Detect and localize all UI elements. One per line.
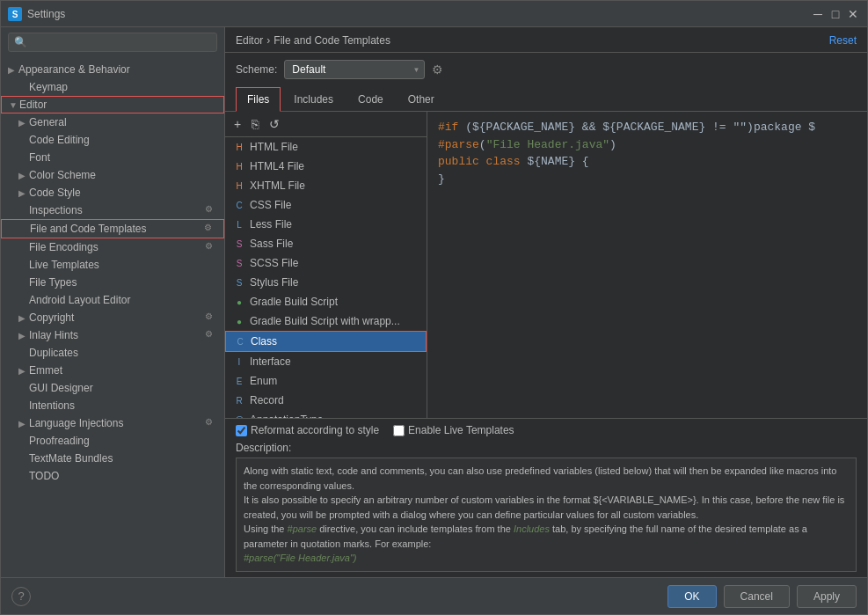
file-item-html4[interactable]: H HTML4 File: [225, 157, 427, 176]
search-input[interactable]: [31, 36, 211, 48]
file-item-xhtml[interactable]: H XHTML File: [225, 176, 427, 195]
settings-window: S Settings ─ □ ✕ 🔍 ▶ Appearance & Behavi…: [0, 0, 868, 615]
sidebar-item-keymap[interactable]: Keymap: [1, 78, 224, 96]
sidebar-item-file-code-templates[interactable]: File and Code Templates ⚙: [1, 219, 224, 238]
reformat-checkbox[interactable]: [236, 425, 247, 436]
options-row: Reformat according to style Enable Live …: [236, 424, 857, 436]
sidebar-item-code-editing[interactable]: Code Editing: [1, 131, 224, 149]
sidebar-item-code-style[interactable]: ▶ Code Style: [1, 184, 224, 201]
sidebar-item-language-injections[interactable]: ▶ Language Injections ⚙: [1, 414, 224, 432]
sidebar-item-label: Copyright: [29, 311, 74, 324]
sidebar-item-copyright[interactable]: ▶ Copyright ⚙: [1, 309, 224, 326]
sidebar-item-file-encodings[interactable]: File Encodings ⚙: [1, 238, 224, 256]
sidebar-item-label: Language Injections: [29, 417, 123, 429]
tab-other[interactable]: Other: [397, 87, 446, 112]
file-item-gradle-build-wrap[interactable]: ● Gradle Build Script with wrapp...: [225, 311, 427, 331]
sidebar: 🔍 ▶ Appearance & Behavior Keymap ▼ Edito…: [1, 27, 225, 577]
footer: ? OK Cancel Apply: [1, 577, 867, 614]
sidebar-item-file-types[interactable]: File Types: [1, 274, 224, 291]
sidebar-item-textmate-bundles[interactable]: TextMate Bundles: [1, 450, 224, 467]
code-line-1: #if (${PACKAGE_NAME} && ${PACKAGE_NAME} …: [438, 119, 857, 136]
file-item-class[interactable]: C Class: [225, 331, 427, 352]
css-file-icon: C: [232, 198, 246, 212]
tab-files[interactable]: Files: [236, 87, 281, 112]
minimize-button[interactable]: ─: [811, 7, 825, 21]
sidebar-item-inlay-hints[interactable]: ▶ Inlay Hints ⚙: [1, 326, 224, 344]
cancel-button[interactable]: Cancel: [724, 585, 790, 608]
interface-file-icon: I: [232, 355, 246, 369]
file-item-label: Enum: [250, 375, 277, 387]
content-area: + ⎘ ↺ H HTML File H HTML4 File: [225, 112, 867, 418]
sidebar-item-color-scheme[interactable]: ▶ Color Scheme: [1, 166, 224, 184]
file-item-less[interactable]: L Less File: [225, 215, 427, 234]
search-icon: 🔍: [14, 36, 27, 48]
sidebar-item-gui-designer[interactable]: GUI Designer: [1, 379, 224, 397]
arrow-icon: ▶: [18, 188, 29, 198]
sidebar-item-intentions[interactable]: Intentions: [1, 397, 224, 414]
sidebar-tree: ▶ Appearance & Behavior Keymap ▼ Editor …: [1, 57, 224, 577]
file-item-css[interactable]: C CSS File: [225, 195, 427, 215]
badge-icon: ⚙: [205, 204, 217, 216]
badge-icon: ⚙: [205, 329, 217, 341]
live-templates-label: Enable Live Templates: [408, 424, 514, 436]
sidebar-item-duplicates[interactable]: Duplicates: [1, 344, 224, 362]
scheme-select[interactable]: Default Project: [284, 60, 425, 79]
xhtml-file-icon: H: [232, 179, 246, 193]
sidebar-item-appearance[interactable]: ▶ Appearance & Behavior: [1, 61, 224, 78]
apply-button[interactable]: Apply: [797, 585, 857, 608]
help-button[interactable]: ?: [11, 587, 31, 606]
sidebar-item-proofreading[interactable]: Proofreading: [1, 432, 224, 450]
code-editor[interactable]: #if (${PACKAGE_NAME} && ${PACKAGE_NAME} …: [427, 112, 867, 418]
live-templates-checkbox-label[interactable]: Enable Live Templates: [393, 424, 514, 436]
window-controls: ─ □ ✕: [811, 7, 860, 21]
scheme-gear-button[interactable]: ⚙: [432, 62, 443, 77]
sidebar-item-general[interactable]: ▶ General: [1, 113, 224, 131]
file-item-sass[interactable]: S Sass File: [225, 234, 427, 253]
sidebar-item-label: Appearance & Behavior: [18, 63, 130, 76]
file-item-gradle-build[interactable]: ● Gradle Build Script: [225, 292, 427, 311]
tab-code[interactable]: Code: [346, 87, 395, 112]
code-line-3: public class ${NAME} {: [438, 153, 857, 171]
copy-template-button[interactable]: ⎘: [248, 115, 262, 133]
add-template-button[interactable]: +: [230, 115, 244, 133]
tab-includes[interactable]: Includes: [282, 87, 345, 112]
file-item-annotation[interactable]: @ AnnotationType: [225, 410, 427, 418]
sidebar-item-emmet[interactable]: ▶ Emmet: [1, 362, 224, 379]
arrow-icon: ▶: [18, 331, 29, 340]
sidebar-item-label: Inlay Hints: [29, 329, 78, 341]
close-button[interactable]: ✕: [846, 7, 860, 21]
file-item-label: Sass File: [250, 238, 293, 250]
window-title: Settings: [27, 8, 811, 20]
sidebar-item-label: Inspections: [29, 204, 83, 216]
description-text: Along with static text, code and comment…: [244, 465, 844, 563]
sidebar-item-font[interactable]: Font: [1, 149, 224, 166]
search-box[interactable]: 🔍: [8, 33, 217, 52]
sidebar-item-todo[interactable]: TODO: [1, 467, 224, 485]
sidebar-item-live-templates[interactable]: Live Templates: [1, 256, 224, 274]
reformat-checkbox-label[interactable]: Reformat according to style: [236, 424, 379, 436]
reset-button[interactable]: Reset: [829, 34, 857, 47]
ok-button[interactable]: OK: [667, 585, 716, 608]
sidebar-item-editor[interactable]: ▼ Editor: [1, 96, 224, 113]
scss-file-icon: S: [232, 256, 246, 270]
file-item-enum[interactable]: E Enum: [225, 371, 427, 391]
file-item-stylus[interactable]: S Stylus File: [225, 273, 427, 292]
sidebar-item-inspections[interactable]: Inspections ⚙: [1, 201, 224, 219]
sidebar-item-label: File Types: [29, 276, 77, 289]
sidebar-item-label: Proofreading: [29, 435, 90, 447]
sidebar-item-android-layout[interactable]: Android Layout Editor: [1, 291, 224, 309]
live-templates-checkbox[interactable]: [393, 425, 405, 436]
file-item-record[interactable]: R Record: [225, 391, 427, 410]
footer-right: OK Cancel Apply: [667, 585, 857, 608]
file-list: H HTML File H HTML4 File H XHTML File: [225, 137, 427, 418]
maximize-button[interactable]: □: [828, 7, 842, 21]
sidebar-item-label: Editor: [19, 99, 47, 111]
revert-template-button[interactable]: ↺: [266, 115, 283, 133]
main-content: 🔍 ▶ Appearance & Behavior Keymap ▼ Edito…: [1, 27, 867, 577]
file-item-scss[interactable]: S SCSS File: [225, 253, 427, 273]
sass-file-icon: S: [232, 237, 246, 251]
badge-icon: ⚙: [205, 417, 217, 429]
file-item-interface[interactable]: I Interface: [225, 352, 427, 371]
file-item-html[interactable]: H HTML File: [225, 137, 427, 157]
arrow-icon: ▶: [18, 118, 29, 128]
